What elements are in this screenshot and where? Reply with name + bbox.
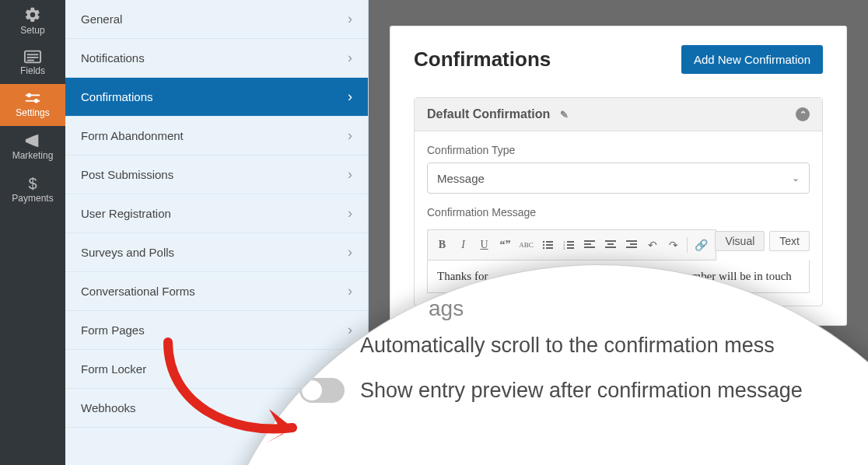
svg-rect-19 <box>567 247 574 249</box>
subnav-label: Webhooks <box>81 401 136 414</box>
tab-text[interactable]: Text <box>769 231 810 251</box>
chevron-right-icon: › <box>348 244 352 260</box>
panel-title: Default Confirmation <box>427 107 550 121</box>
subnav-label: Surveys and Polls <box>81 246 174 259</box>
chevron-right-icon: › <box>348 283 352 299</box>
svg-rect-27 <box>630 243 637 245</box>
panel-header[interactable]: Default Confirmation ✎ ⌃ <box>415 98 822 131</box>
svg-rect-9 <box>546 241 553 243</box>
align-right-button[interactable] <box>621 234 641 256</box>
chevron-right-icon: › <box>348 11 352 27</box>
subnav-general[interactable]: General› <box>65 0 368 39</box>
collapse-icon[interactable]: ⌃ <box>796 107 810 121</box>
svg-text:3: 3 <box>563 246 565 250</box>
svg-rect-20 <box>584 240 595 242</box>
number-list-button[interactable]: 123 <box>558 234 578 256</box>
svg-rect-23 <box>605 240 616 242</box>
zoom-fragment-text: ags <box>429 296 464 321</box>
chevron-right-icon: › <box>348 89 352 105</box>
chevron-right-icon: › <box>348 322 352 338</box>
quote-button[interactable]: “” <box>495 234 515 256</box>
chevron-right-icon: › <box>348 128 352 144</box>
redo-button[interactable]: ↷ <box>663 234 683 256</box>
align-left-button[interactable] <box>579 234 599 256</box>
link-button[interactable]: 🔗 <box>691 234 711 256</box>
svg-rect-22 <box>584 246 595 248</box>
subnav-form-abandonment[interactable]: Form Abandonment› <box>65 117 368 156</box>
bold-button[interactable]: B <box>432 234 452 256</box>
svg-point-10 <box>542 244 544 246</box>
svg-rect-28 <box>626 246 637 248</box>
nav-label: Settings <box>16 107 49 118</box>
svg-point-7 <box>35 100 38 103</box>
subnav-label: Form Abandonment <box>81 129 184 142</box>
abc-button[interactable]: ABC <box>516 234 536 256</box>
confirmation-type-select[interactable]: Message ⌄ <box>427 163 810 194</box>
nav-setup[interactable]: Setup <box>0 0 65 42</box>
nav-label: Payments <box>12 193 53 204</box>
italic-button[interactable]: I <box>453 234 473 256</box>
tab-visual[interactable]: Visual <box>715 231 765 251</box>
chevron-down-icon: ⌄ <box>792 173 800 184</box>
pencil-icon[interactable]: ✎ <box>560 109 569 121</box>
nav-payments[interactable]: $ Payments <box>0 168 65 210</box>
bullet-list-button[interactable] <box>537 234 557 256</box>
add-new-confirmation-button[interactable]: Add New Confirmation <box>681 45 823 74</box>
nav-fields[interactable]: Fields <box>0 42 65 84</box>
svg-rect-17 <box>567 244 574 246</box>
svg-point-8 <box>542 241 544 243</box>
subnav-user-registration[interactable]: User Registration› <box>65 194 368 233</box>
option-entry-preview: Show entry preview after confirmation me… <box>299 378 803 403</box>
subnav-confirmations[interactable]: Confirmations› <box>65 78 368 117</box>
chevron-right-icon: › <box>348 50 352 66</box>
svg-rect-25 <box>605 246 616 248</box>
align-center-button[interactable] <box>600 234 620 256</box>
chevron-right-icon: › <box>348 205 352 222</box>
subnav-label: Conversational Forms <box>81 285 195 298</box>
svg-rect-13 <box>546 247 553 249</box>
page-title-row: Confirmations Add New Confirmation <box>414 45 823 74</box>
svg-point-12 <box>542 247 544 249</box>
option-label: Show entry preview after confirmation me… <box>360 379 803 403</box>
page-title: Confirmations <box>414 47 551 72</box>
subnav-label: General <box>81 12 122 26</box>
option-label: Automatically scroll to the confirmation… <box>360 334 775 358</box>
svg-rect-26 <box>626 240 637 242</box>
subnav-label: Confirmations <box>81 90 153 103</box>
subnav-post-submissions[interactable]: Post Submissions› <box>65 156 368 194</box>
select-value: Message <box>437 172 485 185</box>
subnav-label: Form Pages <box>81 323 145 337</box>
svg-rect-24 <box>607 243 614 245</box>
sliders-icon <box>24 92 41 106</box>
underline-button[interactable]: U <box>474 234 494 256</box>
subnav-label: Notifications <box>81 51 145 65</box>
subnav-surveys-polls[interactable]: Surveys and Polls› <box>65 233 368 272</box>
editor-toolbar: B I U “” ABC 123 ↶ ↷ 🔗 <box>427 229 716 260</box>
bullhorn-icon <box>24 133 41 149</box>
gear-icon <box>24 6 41 23</box>
nav-settings[interactable]: Settings <box>0 84 65 126</box>
undo-button[interactable]: ↶ <box>642 234 662 256</box>
nav-label: Marketing <box>12 150 54 161</box>
subnav-form-pages[interactable]: Form Pages› <box>65 311 368 350</box>
chevron-right-icon: › <box>348 166 352 183</box>
svg-rect-15 <box>567 241 574 243</box>
option-auto-scroll: Automatically scroll to the confirmation… <box>299 334 803 358</box>
svg-point-5 <box>28 94 31 97</box>
confirmation-message-label: Confirmation Message <box>427 206 810 219</box>
separator <box>687 237 688 253</box>
confirmation-type-label: Confirmation Type <box>427 144 810 156</box>
svg-rect-11 <box>546 244 553 246</box>
subnav-label: Form Locker <box>81 362 146 376</box>
nav-label: Setup <box>20 25 44 36</box>
subnav-label: Post Submissions <box>81 168 173 181</box>
nav-marketing[interactable]: Marketing <box>0 126 65 168</box>
subnav-notifications[interactable]: Notifications› <box>65 39 368 78</box>
svg-rect-21 <box>584 243 591 245</box>
subnav-label: User Registration <box>81 207 171 220</box>
subnav-conversational-forms[interactable]: Conversational Forms› <box>65 272 368 311</box>
nav-label: Fields <box>20 65 45 76</box>
dollar-icon: $ <box>28 175 37 193</box>
list-icon <box>24 50 41 64</box>
